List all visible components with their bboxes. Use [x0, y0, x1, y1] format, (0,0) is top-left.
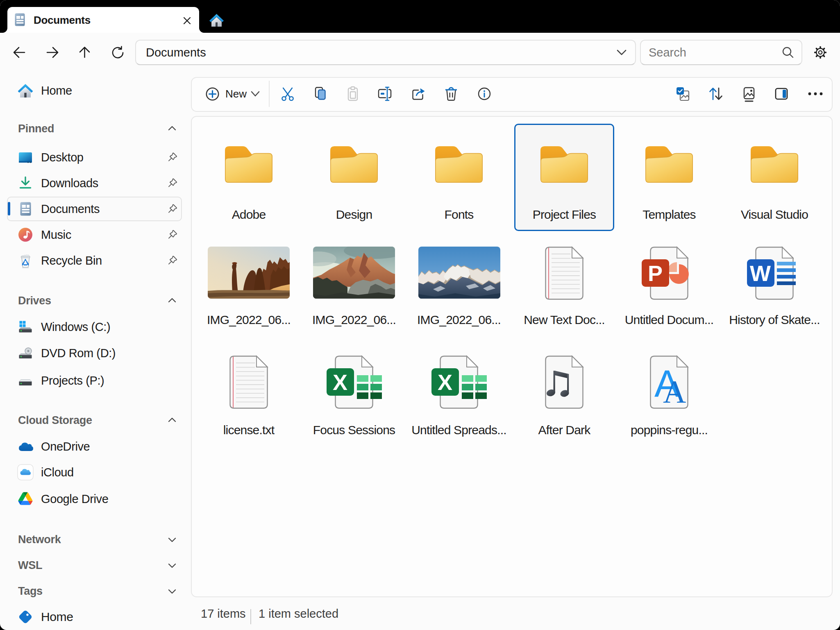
svg-text:W: W [750, 261, 771, 286]
svg-text:A: A [663, 374, 686, 409]
svg-text:P: P [648, 261, 663, 286]
svg-text:X: X [333, 370, 347, 394]
svg-text:X: X [438, 370, 452, 394]
